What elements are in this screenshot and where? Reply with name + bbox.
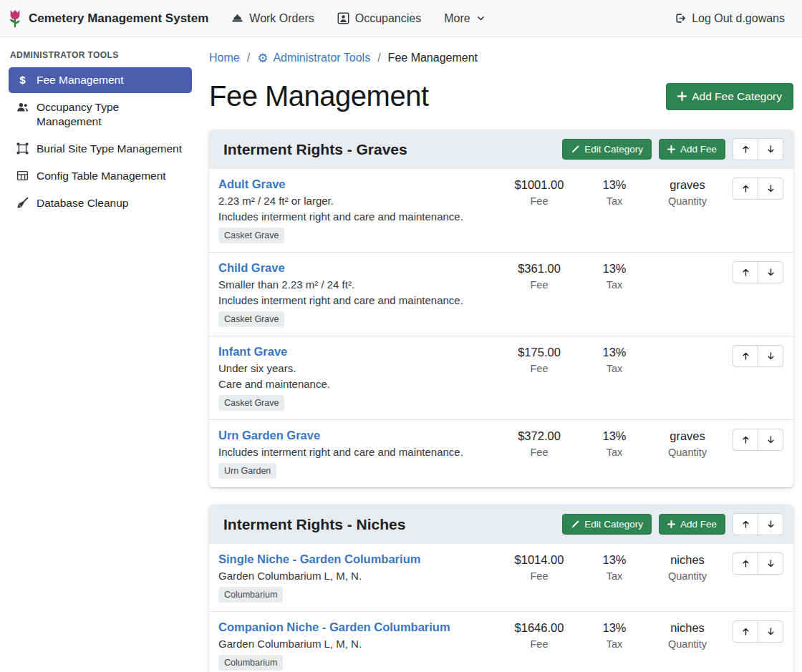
dollar-icon: $	[16, 74, 29, 87]
category-title: Interment Rights - Niches	[223, 516, 405, 533]
edit-category-button[interactable]: Edit Category	[562, 514, 652, 535]
move-category-down-button[interactable]	[758, 513, 783, 535]
sidebar-item-fee-management[interactable]: $ Fee Management	[9, 67, 192, 93]
fee-name-link[interactable]: Single Niche - Garden Columbarium	[218, 552, 420, 566]
fee-reorder-group	[733, 552, 783, 575]
arrow-up-icon	[741, 351, 750, 361]
fee-name-link[interactable]: Adult Grave	[218, 177, 286, 191]
person-bounding-box-icon	[337, 12, 349, 24]
fee-reorder-group	[733, 345, 783, 367]
tax-label: Tax	[579, 447, 650, 458]
arrow-down-icon	[766, 145, 776, 154]
quantity-label: Quantity	[650, 447, 725, 458]
quantity-value: niches	[650, 621, 725, 635]
sidebar-item-burial-site-type-management[interactable]: Burial Site Type Management	[9, 136, 192, 162]
move-fee-down-button[interactable]	[758, 345, 783, 367]
move-fee-up-button[interactable]	[733, 429, 758, 451]
tax-value: 13%	[579, 178, 650, 192]
tax-value: 13%	[579, 621, 650, 635]
fee-reorder-group	[733, 429, 783, 451]
move-fee-up-button[interactable]	[733, 345, 758, 367]
sidebar-item-config-table-management[interactable]: Config Table Management	[9, 163, 192, 189]
arrow-down-icon	[766, 435, 776, 444]
tax-value: 13%	[579, 346, 650, 359]
fee-description: Garden Columbarium L, M, N.	[218, 570, 493, 582]
logout-link[interactable]: Log Out d.gowans	[674, 12, 785, 25]
move-fee-down-button[interactable]	[758, 552, 783, 575]
fee-row: Child Grave Smaller than 2.23 m² / 24 ft…	[209, 252, 793, 336]
breadcrumb-admin-tools-link[interactable]: ⚙ Administrator Tools	[257, 52, 370, 64]
edit-category-button[interactable]: Edit Category	[562, 139, 652, 160]
tax-label: Tax	[579, 279, 650, 291]
fee-badge: Casket Grave	[218, 395, 284, 411]
gear-icon: ⚙	[257, 52, 268, 64]
move-category-up-button[interactable]	[733, 513, 758, 535]
move-fee-up-button[interactable]	[733, 620, 758, 643]
fee-description: Under six years.	[218, 362, 493, 374]
add-fee-button[interactable]: Add Fee	[659, 514, 725, 535]
fee-badge: Casket Grave	[218, 311, 284, 327]
category-card: Interment Rights - Graves Edit Category …	[209, 130, 793, 487]
fee-amount: $1001.00	[500, 178, 579, 192]
sidebar-item-occupancy-type-management[interactable]: Occupancy Type Management	[9, 94, 192, 135]
nav-links: Work Orders Occupancies More	[231, 12, 485, 25]
move-fee-down-button[interactable]	[758, 177, 783, 200]
fee-amount: $361.00	[500, 262, 579, 276]
add-fee-category-button[interactable]: Add Fee Category	[666, 83, 793, 110]
page-title: Fee Management	[209, 80, 429, 112]
pencil-icon	[571, 520, 579, 529]
fee-label: Fee	[500, 195, 579, 207]
fee-amount: $175.00	[500, 346, 579, 359]
fee-name-link[interactable]: Companion Niche - Garden Columbarium	[218, 620, 450, 634]
fee-row: Urn Garden Grave Includes interment righ…	[209, 419, 793, 487]
tax-value: 13%	[579, 429, 650, 443]
pencil-icon	[571, 145, 579, 154]
arrow-down-icon	[766, 268, 776, 277]
nav-item-more[interactable]: More	[444, 12, 485, 25]
fee-description: Includes interment right and care and ma…	[218, 446, 493, 458]
sidebar-item-database-cleanup[interactable]: Database Cleanup	[9, 190, 192, 216]
fee-amount: $1014.00	[500, 553, 579, 567]
nav-item-work-orders[interactable]: Work Orders	[231, 12, 314, 25]
move-fee-down-button[interactable]	[758, 620, 783, 643]
fee-label: Fee	[500, 447, 579, 458]
move-fee-up-button[interactable]	[733, 552, 758, 575]
plus-icon	[667, 520, 675, 528]
fee-description: Includes interment right and care and ma…	[218, 294, 493, 306]
breadcrumb-home-link[interactable]: Home	[209, 52, 240, 64]
plus-icon	[667, 145, 675, 153]
move-category-up-button[interactable]	[733, 138, 758, 160]
table-icon	[16, 170, 29, 182]
fee-row: Single Niche - Garden Columbarium Garden…	[209, 544, 793, 611]
fee-name-link[interactable]: Infant Grave	[218, 345, 287, 359]
quantity-value: niches	[650, 553, 725, 567]
move-category-down-button[interactable]	[758, 138, 783, 160]
fee-badge: Columbarium	[218, 655, 283, 671]
move-fee-down-button[interactable]	[758, 261, 783, 283]
category-reorder-group	[733, 513, 783, 535]
people-icon	[16, 101, 29, 113]
fee-name-link[interactable]: Child Grave	[218, 261, 285, 275]
brand[interactable]: Cemetery Management System	[7, 9, 208, 28]
arrow-down-icon	[766, 520, 776, 529]
move-fee-down-button[interactable]	[758, 429, 783, 451]
top-navbar: Cemetery Management System Work Orders	[0, 0, 802, 37]
fee-name-link[interactable]: Urn Garden Grave	[218, 429, 320, 442]
add-fee-button[interactable]: Add Fee	[659, 139, 725, 160]
arrow-up-icon	[741, 627, 750, 636]
move-fee-up-button[interactable]	[733, 177, 758, 200]
fee-badge: Columbarium	[218, 587, 283, 603]
quantity-label: Quantity	[650, 570, 725, 582]
sidebar: ADMINISTRATOR TOOLS $ Fee Management Occ…	[0, 37, 200, 672]
nav-item-occupancies[interactable]: Occupancies	[337, 12, 422, 25]
category-card: Interment Rights - Niches Edit Category …	[209, 505, 793, 672]
fee-description: 2.23 m² / 24 ft² or larger.	[218, 195, 493, 207]
fee-row: Infant Grave Under six years. Care and m…	[209, 336, 793, 419]
tax-label: Tax	[579, 363, 650, 374]
move-fee-up-button[interactable]	[733, 261, 758, 283]
fee-reorder-group	[733, 177, 783, 200]
arrow-down-icon	[766, 627, 776, 636]
arrow-up-icon	[741, 520, 750, 529]
chevron-down-icon	[476, 14, 485, 23]
bounding-box-icon	[16, 142, 29, 155]
